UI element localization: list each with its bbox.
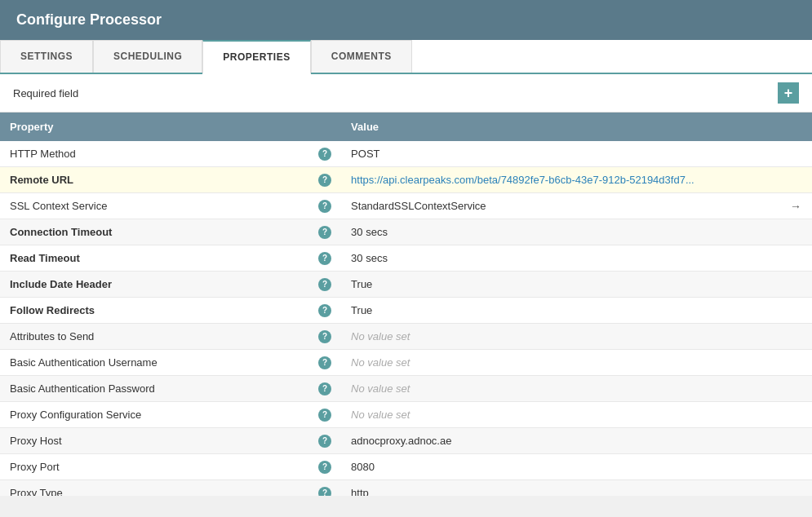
required-field-bar: Required field + [0, 74, 812, 113]
property-name: Include Date Header [0, 272, 308, 298]
help-icon[interactable]: ? [318, 382, 331, 395]
tab-bar: SETTINGS SCHEDULING PROPERTIES COMMENTS [0, 40, 812, 74]
help-icon[interactable]: ? [318, 409, 331, 422]
property-value[interactable]: 8080 [341, 454, 779, 480]
value-column-header: Value [341, 113, 779, 141]
property-name: Read Timeout [0, 245, 308, 272]
help-icon[interactable]: ? [318, 226, 331, 239]
property-name: Attributes to Send [0, 324, 308, 350]
add-property-button[interactable]: + [778, 82, 799, 104]
property-name: Proxy Host [0, 428, 308, 454]
table-row[interactable]: Read Timeout?30 secs [0, 245, 812, 272]
property-value[interactable]: https://api.clearpeaks.com/beta/74892fe7… [341, 167, 779, 193]
tab-properties[interactable]: PROPERTIES [202, 40, 310, 74]
property-name: Remote URL [0, 167, 308, 193]
tab-comments[interactable]: COMMENTS [311, 40, 412, 73]
help-column-header [308, 113, 341, 141]
property-value[interactable]: No value set [341, 402, 779, 428]
help-icon[interactable]: ? [318, 174, 331, 187]
help-icon[interactable]: ? [318, 487, 331, 496]
property-name: Basic Authentication Username [0, 350, 308, 376]
help-icon[interactable]: ? [318, 304, 331, 317]
property-name: Proxy Type [0, 480, 308, 497]
property-value[interactable]: True [341, 298, 779, 324]
navigate-arrow-icon[interactable]: → [790, 200, 801, 213]
action-column-header [779, 113, 812, 141]
help-icon[interactable]: ? [318, 461, 331, 474]
help-icon[interactable]: ? [318, 278, 331, 291]
table-header-row: Property Value [0, 113, 812, 141]
required-field-label: Required field [13, 87, 78, 99]
table-row[interactable]: Follow Redirects?True [0, 298, 812, 324]
property-value[interactable]: No value set [341, 350, 779, 376]
tab-settings[interactable]: SETTINGS [0, 40, 93, 73]
table-row[interactable]: Proxy Configuration Service?No value set [0, 402, 812, 428]
app-header: Configure Processor [0, 0, 812, 40]
table-row[interactable]: Proxy Port?8080 [0, 454, 812, 480]
table-row[interactable]: Basic Authentication Username?No value s… [0, 350, 812, 376]
property-value[interactable]: True [341, 272, 779, 298]
table-row[interactable]: Basic Authentication Password?No value s… [0, 376, 812, 402]
properties-table: Property Value HTTP Method?POSTRemote UR… [0, 113, 812, 496]
property-value[interactable]: adnocproxy.adnoc.ae [341, 428, 779, 454]
table-row[interactable]: Remote URL?https://api.clearpeaks.com/be… [0, 167, 812, 193]
property-name: Follow Redirects [0, 298, 308, 324]
help-icon[interactable]: ? [318, 330, 331, 343]
table-row[interactable]: Attributes to Send?No value set [0, 324, 812, 350]
property-name: Proxy Port [0, 454, 308, 480]
help-icon[interactable]: ? [318, 200, 331, 213]
property-value[interactable]: 30 secs [341, 219, 779, 245]
table-row[interactable]: SSL Context Service?StandardSSLContextSe… [0, 193, 812, 219]
property-name: Basic Authentication Password [0, 376, 308, 402]
help-icon[interactable]: ? [318, 435, 331, 448]
property-value[interactable]: http [341, 480, 779, 497]
property-value[interactable]: No value set [341, 376, 779, 402]
properties-table-container: Property Value HTTP Method?POSTRemote UR… [0, 113, 812, 496]
tab-scheduling[interactable]: SCHEDULING [93, 40, 202, 73]
property-value[interactable]: 30 secs [341, 245, 779, 272]
property-value[interactable]: StandardSSLContextService [341, 193, 779, 219]
table-row[interactable]: Proxy Host?adnocproxy.adnoc.ae [0, 428, 812, 454]
property-column-header: Property [0, 113, 308, 141]
help-icon[interactable]: ? [318, 148, 331, 161]
help-icon[interactable]: ? [318, 356, 331, 369]
property-name: SSL Context Service [0, 193, 308, 219]
property-value[interactable]: No value set [341, 324, 779, 350]
property-name: HTTP Method [0, 141, 308, 167]
table-row[interactable]: HTTP Method?POST [0, 141, 812, 167]
property-name: Proxy Configuration Service [0, 402, 308, 428]
property-value[interactable]: POST [341, 141, 779, 167]
page-title: Configure Processor [16, 11, 162, 28]
property-name: Connection Timeout [0, 219, 308, 245]
table-row[interactable]: Include Date Header?True [0, 272, 812, 298]
table-row[interactable]: Connection Timeout?30 secs [0, 219, 812, 245]
help-icon[interactable]: ? [318, 252, 331, 265]
table-row[interactable]: Proxy Type?http [0, 480, 812, 497]
